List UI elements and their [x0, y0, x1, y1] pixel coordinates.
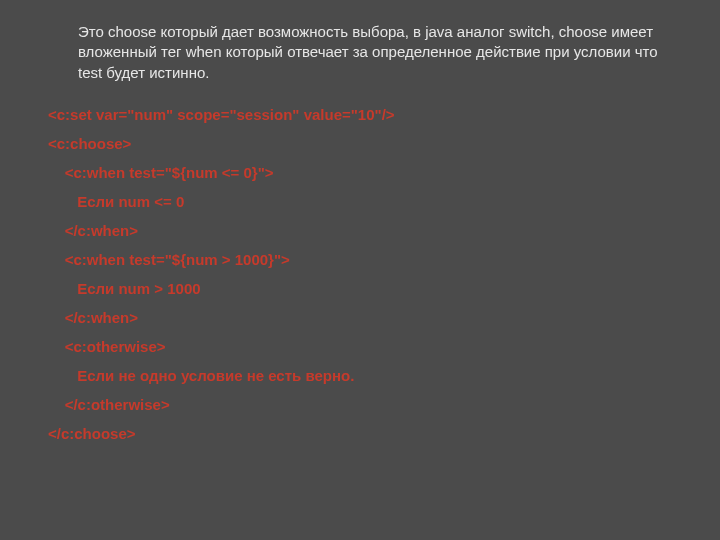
code-line: </c:when> — [48, 310, 660, 325]
description-text: Это choose который дает возможность выбо… — [78, 22, 660, 83]
code-line: <c:set var="num" scope="session" value="… — [48, 107, 660, 122]
code-line: </c:choose> — [48, 426, 660, 441]
code-line: Если num > 1000 — [48, 281, 660, 296]
code-line: Если не одно условие не есть верно. — [48, 368, 660, 383]
code-line: <c:otherwise> — [48, 339, 660, 354]
code-line: <c:when test="${num > 1000}"> — [48, 252, 660, 267]
code-line: </c:when> — [48, 223, 660, 238]
code-line: </c:otherwise> — [48, 397, 660, 412]
code-line: <c:when test="${num <= 0}"> — [48, 165, 660, 180]
code-line: Если num <= 0 — [48, 194, 660, 209]
code-block: <c:set var="num" scope="session" value="… — [48, 107, 660, 441]
slide: Это choose который дает возможность выбо… — [0, 0, 720, 540]
code-line: <c:choose> — [48, 136, 660, 151]
